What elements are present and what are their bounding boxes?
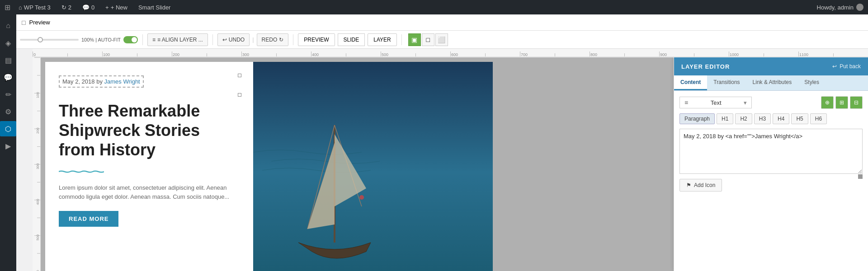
- comments-icon: 💬: [82, 4, 90, 11]
- user-menu[interactable]: Howdy, admin: [817, 4, 863, 11]
- wp-logo-icon[interactable]: ⊞: [5, 3, 10, 12]
- user-avatar: [856, 4, 863, 11]
- site-name[interactable]: ⌂ WP Test 3: [16, 0, 53, 14]
- admin-bar: ⊞ ⌂ WP Test 3 ↻ 2 💬 0 + + New Smart Slid…: [0, 0, 868, 14]
- updates-item[interactable]: ↻ 2: [59, 0, 74, 14]
- plus-icon: +: [105, 4, 109, 11]
- comments-item[interactable]: 💬 0: [80, 0, 97, 14]
- updates-icon: ↻: [61, 4, 66, 11]
- plugin-name[interactable]: Smart Slider: [136, 0, 174, 14]
- new-content-item[interactable]: + + New: [103, 0, 130, 14]
- home-icon: ⌂: [19, 4, 22, 11]
